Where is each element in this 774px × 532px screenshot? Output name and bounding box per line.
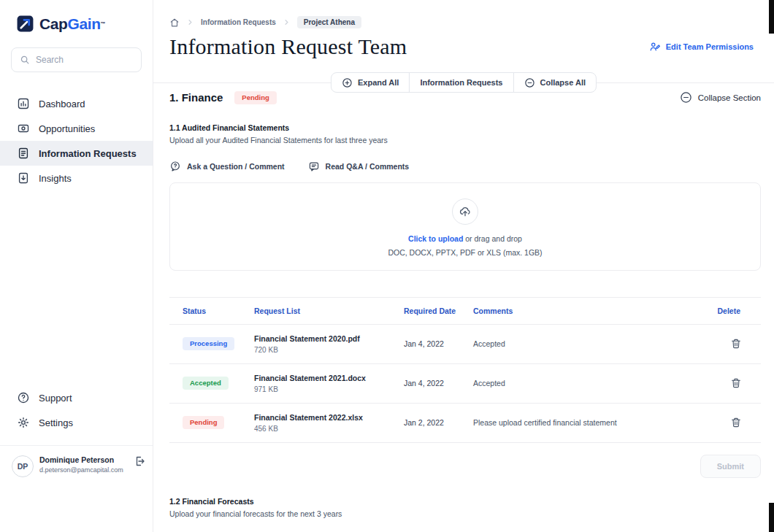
breadcrumb-current-project: Project Athena	[297, 16, 361, 28]
sidebar-item-insights[interactable]: Insights	[0, 166, 153, 190]
section-finance: 1. Finance Pending Collapse Section 1.1 …	[153, 72, 774, 532]
logo[interactable]: CapGain™	[0, 12, 153, 46]
home-icon[interactable]	[169, 18, 180, 28]
expand-all-button[interactable]: Expand All	[331, 72, 410, 93]
sidebar-item-label: Opportunities	[39, 123, 95, 134]
column-header-comments: Comments	[467, 297, 710, 324]
minus-circle-icon	[524, 77, 534, 88]
sidebar-item-settings[interactable]: Settings	[0, 410, 153, 435]
column-header-status: Status	[169, 297, 248, 324]
trash-icon[interactable]	[729, 376, 743, 390]
main-header: Information Requests Project Athena Info…	[153, 0, 774, 59]
table-header-row: Status Request List Required Date Commen…	[169, 297, 761, 324]
trash-icon[interactable]	[729, 336, 743, 351]
search-icon	[20, 55, 30, 65]
page-title: Information Request Team	[169, 34, 407, 59]
upload-cloud-icon	[452, 198, 478, 225]
user-meta: Dominique Peterson d.peterson@pamcapital…	[39, 455, 123, 474]
request-description: Upload all your Audited Financial Statem…	[169, 136, 761, 144]
file-name: Financial Statement 2022.xlsx	[254, 413, 392, 422]
ask-question-button[interactable]: Ask a Question / Comment	[169, 161, 285, 172]
sidebar-item-label: Settings	[39, 417, 73, 428]
status-badge: Accepted	[183, 377, 229, 390]
required-date: Jan 2, 2022	[398, 403, 467, 442]
file-size: 971 KB	[254, 385, 392, 393]
sidebar-item-support[interactable]: Support	[0, 385, 153, 410]
required-date: Jan 4, 2022	[398, 363, 467, 403]
ask-question-label: Ask a Question / Comment	[187, 162, 285, 171]
sidebar-item-information-requests[interactable]: Information Requests	[0, 141, 153, 166]
chevron-right-icon	[186, 18, 194, 26]
user-email: d.peterson@pamcapital.com	[39, 466, 123, 474]
section-status-badge: Pending	[234, 91, 276, 104]
sidebar-item-label: Dashboard	[39, 99, 85, 109]
sidebar-item-label: Insights	[39, 173, 72, 184]
capgain-logo-icon	[16, 15, 34, 33]
file-size: 456 KB	[254, 425, 392, 433]
support-icon	[17, 391, 30, 404]
toolbar-tab-label: Information Requests	[420, 78, 502, 87]
submit-row: Submit	[169, 455, 761, 478]
table-row: Accepted Financial Statement 2021.docx 9…	[169, 363, 761, 403]
comment-cell: Please upload certified financial statem…	[467, 403, 710, 442]
sidebar: CapGain™ Dashboard Opportunities	[0, 0, 153, 532]
minus-circle-icon	[680, 91, 692, 104]
section-header-row: 1. Finance Pending Collapse Section	[169, 91, 761, 104]
click-to-upload-link[interactable]: Click to upload	[408, 234, 463, 243]
read-qa-button[interactable]: Read Q&A / Comments	[308, 161, 410, 172]
insights-icon	[17, 171, 30, 185]
comment-cell: Accepted	[467, 324, 710, 363]
qa-links-row: Ask a Question / Comment Read Q&A / Comm…	[169, 161, 761, 172]
avatar: DP	[12, 455, 34, 477]
collapse-section-button[interactable]: Collapse Section	[680, 91, 761, 104]
search-input[interactable]	[36, 55, 133, 65]
chat-icon	[308, 161, 320, 172]
user-card[interactable]: DP Dominique Peterson d.peterson@pamcapi…	[0, 445, 153, 487]
status-badge: Processing	[183, 337, 234, 350]
breadcrumb-information-requests[interactable]: Information Requests	[201, 18, 276, 26]
sidebar-spacer	[0, 190, 153, 366]
logo-wordmark: CapGain™	[39, 15, 105, 33]
toolbar: Expand All Information Requests Collapse…	[331, 72, 597, 93]
edit-permissions-icon	[649, 41, 661, 53]
request-files-table: Status Request List Required Date Commen…	[169, 297, 761, 443]
upload-dropzone[interactable]: Click to upload or drag and drop DOC, DO…	[169, 182, 761, 271]
request-item-1-2: 1.2 Financial Forecasts Upload your fina…	[169, 497, 761, 518]
status-badge: Pending	[183, 416, 224, 429]
section-title-group: 1. Finance Pending	[169, 91, 277, 104]
section-title: 1. Finance	[169, 91, 223, 104]
main-content: Information Requests Project Athena Info…	[153, 0, 774, 532]
sidebar-item-opportunities[interactable]: Opportunities	[0, 116, 153, 141]
required-date: Jan 4, 2022	[398, 324, 467, 363]
breadcrumb: Information Requests Project Athena	[169, 16, 754, 28]
edit-team-permissions-button[interactable]: Edit Team Permissions	[649, 41, 754, 53]
sidebar-item-dashboard[interactable]: Dashboard	[0, 91, 153, 116]
collapse-all-button[interactable]: Collapse All	[513, 72, 597, 93]
file-name: Financial Statement 2021.docx	[254, 374, 392, 382]
column-header-required-date: Required Date	[398, 297, 467, 324]
submit-button[interactable]: Submit	[700, 455, 761, 478]
sidebar-search	[11, 47, 142, 72]
logout-icon[interactable]	[134, 455, 145, 467]
scrollbar-thumb-top[interactable]	[769, 0, 774, 34]
read-qa-label: Read Q&A / Comments	[326, 162, 410, 171]
drag-drop-text: or drag and drop	[465, 234, 522, 243]
edit-team-permissions-label: Edit Team Permissions	[666, 42, 754, 51]
title-row: Information Request Team Edit Team Permi…	[169, 34, 754, 59]
file-size: 720 KB	[254, 346, 392, 354]
comment-cell: Accepted	[467, 363, 710, 403]
question-bubble-icon	[169, 161, 181, 172]
request-title: 1.2 Financial Forecasts	[169, 497, 761, 506]
information-requests-icon	[17, 147, 30, 160]
expand-all-label: Expand All	[358, 78, 399, 87]
upload-instruction: Click to upload or drag and drop	[185, 234, 746, 243]
column-header-request-list: Request List	[248, 297, 398, 324]
trash-icon[interactable]	[729, 415, 743, 430]
toolbar-tab-information-requests[interactable]: Information Requests	[409, 72, 513, 93]
plus-circle-icon	[342, 77, 353, 88]
app-window: CapGain™ Dashboard Opportunities	[0, 0, 774, 532]
request-description: Upload your financial forecasts for the …	[169, 509, 761, 518]
collapse-section-label: Collapse Section	[698, 93, 761, 102]
scrollbar-thumb-bottom[interactable]	[769, 503, 774, 532]
sidebar-nav: Dashboard Opportunities Information Requ…	[0, 91, 153, 190]
